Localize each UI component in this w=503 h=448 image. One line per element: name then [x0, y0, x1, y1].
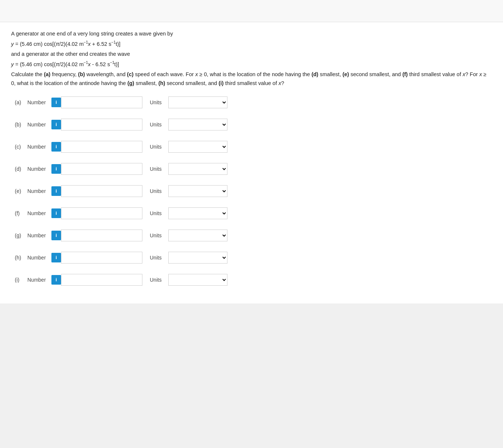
units-select-c[interactable] — [168, 141, 227, 153]
number-label-g: Number — [27, 233, 51, 238]
answer-row-d: (d) Number i Units — [11, 163, 492, 175]
info-button-a[interactable]: i — [51, 98, 61, 107]
units-label-g: Units — [150, 233, 165, 238]
answer-row-a: (a) Number i Units — [11, 96, 492, 108]
number-label-e: Number — [27, 188, 51, 194]
units-label-e: Units — [150, 188, 165, 194]
answer-row-h: (h) Number i Units — [11, 252, 492, 264]
info-button-f[interactable]: i — [51, 208, 61, 218]
info-button-e[interactable]: i — [51, 186, 61, 196]
header-left — [7, 10, 31, 13]
number-input-h[interactable] — [61, 252, 142, 264]
question-line-2: y = (5.46 cm) cos[(π/2)(4.02 m−1x + 6.52… — [11, 40, 492, 48]
number-input-f[interactable] — [61, 207, 142, 219]
number-input-b[interactable] — [61, 119, 142, 130]
answer-row-c: (c) Number i Units — [11, 141, 492, 153]
question-line-5: Calculate the (a) frequency, (b) wavelen… — [11, 70, 492, 87]
units-select-i[interactable] — [168, 274, 227, 286]
units-select-e[interactable] — [168, 185, 227, 197]
number-label-f: Number — [27, 210, 51, 216]
number-label-c: Number — [27, 144, 51, 150]
part-label-a: (a) — [15, 99, 26, 105]
units-label-i: Units — [150, 277, 165, 283]
answer-row-b: (b) Number i Units — [11, 119, 492, 130]
number-label-a: Number — [27, 99, 51, 105]
prev-button[interactable] — [13, 10, 19, 13]
units-label-d: Units — [150, 166, 165, 172]
number-input-c[interactable] — [61, 141, 142, 153]
info-button-d[interactable]: i — [51, 164, 61, 174]
number-label-d: Number — [27, 166, 51, 172]
units-select-a[interactable] — [168, 96, 227, 108]
info-button-i[interactable]: i — [51, 275, 61, 285]
units-select-h[interactable] — [168, 252, 227, 264]
info-button-b[interactable]: i — [51, 120, 61, 129]
part-label-c: (c) — [15, 144, 26, 150]
next-button[interactable] — [25, 10, 31, 13]
part-label-h: (h) — [15, 255, 26, 261]
number-label-h: Number — [27, 255, 51, 261]
question-line-4: y = (5.46 cm) cos[(π/2)(4.02 m−1x - 6.52… — [11, 60, 492, 69]
part-label-i: (i) — [15, 277, 26, 283]
answer-row-f: (f) Number i Units — [11, 207, 492, 219]
part-label-g: (g) — [15, 233, 26, 238]
units-label-c: Units — [150, 144, 165, 150]
info-button-g[interactable]: i — [51, 231, 61, 240]
units-label-a: Units — [150, 99, 165, 105]
header — [0, 0, 503, 22]
units-label-b: Units — [150, 122, 165, 128]
part-label-f: (f) — [15, 210, 26, 216]
answer-row-g: (g) Number i Units — [11, 230, 492, 241]
answer-rows: (a) Number i Units (b) Number i Units (c… — [11, 96, 492, 286]
units-select-f[interactable] — [168, 207, 227, 219]
number-input-a[interactable] — [61, 96, 142, 108]
question-text: A generator at one end of a very long st… — [11, 30, 492, 88]
answer-row-e: (e) Number i Units — [11, 185, 492, 197]
number-input-e[interactable] — [61, 185, 142, 197]
number-input-d[interactable] — [61, 163, 142, 175]
question-line-1: A generator at one end of a very long st… — [11, 30, 492, 38]
number-input-i[interactable] — [61, 274, 142, 286]
units-label-f: Units — [150, 210, 165, 216]
number-label-b: Number — [27, 122, 51, 128]
units-select-d[interactable] — [168, 163, 227, 175]
units-label-h: Units — [150, 255, 165, 261]
part-label-e: (e) — [15, 188, 26, 194]
part-label-b: (b) — [15, 122, 26, 128]
part-label-d: (d) — [15, 166, 26, 172]
units-select-g[interactable] — [168, 230, 227, 241]
number-label-i: Number — [27, 277, 51, 283]
number-input-g[interactable] — [61, 230, 142, 241]
units-select-b[interactable] — [168, 119, 227, 130]
main-content: A generator at one end of a very long st… — [0, 22, 503, 303]
info-button-c[interactable]: i — [51, 142, 61, 152]
info-button-h[interactable]: i — [51, 253, 61, 262]
answer-row-i: (i) Number i Units — [11, 274, 492, 286]
question-line-3: and a generator at the other end creates… — [11, 50, 492, 58]
